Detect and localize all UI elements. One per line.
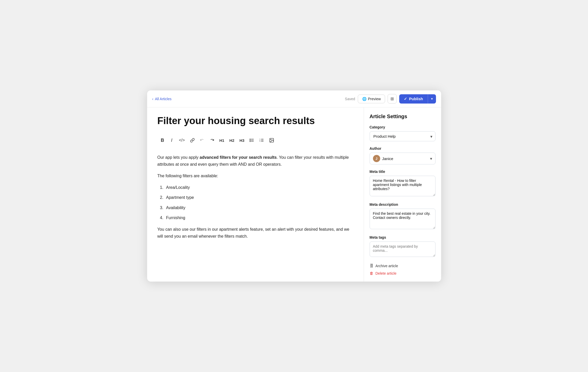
ordered-list-button[interactable]: 1.2.3. [257, 136, 266, 144]
publish-label: Publish [409, 97, 423, 101]
bold-button[interactable]: B [158, 136, 167, 145]
check-icon: ✓ [404, 97, 407, 101]
list-item: Apartment type [165, 194, 353, 201]
back-label: All Articles [155, 97, 172, 101]
category-dropdown-wrapper: Product Help Getting Started FAQ Trouble… [370, 131, 435, 141]
back-to-articles-link[interactable]: ‹ All Articles [152, 97, 172, 101]
archive-article-link[interactable]: 🗄 Archive article [370, 264, 435, 268]
editor-area: Filter your housing search results B I <… [147, 107, 364, 282]
delete-article-link[interactable]: 🗑 Delete article [370, 271, 435, 275]
meta-tags-input[interactable] [370, 241, 435, 257]
list-item: Availability [165, 204, 353, 211]
archive-label: Archive article [376, 264, 398, 268]
expand-button[interactable]: ⊞ [388, 94, 397, 104]
meta-description-field: Meta description [370, 202, 435, 230]
meta-title-input[interactable] [370, 176, 435, 196]
article-para2: The following filters are available: [157, 172, 353, 179]
h2-button[interactable]: H2 [227, 137, 236, 144]
svg-point-4 [250, 140, 250, 141]
meta-title-field: Meta title [370, 170, 435, 197]
undo-button[interactable] [198, 136, 207, 144]
para1-bold: advanced filters for your search results [200, 155, 277, 160]
top-bar: ‹ All Articles Saved 🌐 Preview ⊞ ✓ Publi… [147, 90, 441, 107]
trash-icon: 🗑 [370, 271, 373, 275]
meta-tags-label: Meta tags [370, 235, 435, 239]
author-field: Author J Janice ▾ [370, 146, 435, 164]
meta-description-label: Meta description [370, 202, 435, 207]
meta-title-label: Meta title [370, 170, 435, 174]
globe-icon: 🌐 [362, 97, 367, 101]
h1-button[interactable]: H1 [217, 137, 226, 144]
h3-button[interactable]: H3 [237, 137, 246, 144]
article-para3: You can also use our filters in our apar… [157, 226, 353, 240]
code-button[interactable]: </> [177, 136, 187, 144]
preview-label: Preview [368, 97, 381, 101]
para1-before: Our app lets you apply [157, 155, 200, 160]
author-name: Janice [382, 156, 393, 161]
delete-label: Delete article [376, 271, 397, 275]
category-select[interactable]: Product Help Getting Started FAQ Trouble… [370, 131, 435, 141]
svg-point-3 [250, 139, 250, 139]
publish-group: ✓ Publish ▾ [399, 94, 436, 104]
image-button[interactable] [267, 136, 276, 144]
unordered-list-button[interactable] [247, 136, 256, 144]
author-left: J Janice [373, 155, 393, 162]
action-links: 🗄 Archive article 🗑 Delete article [370, 264, 435, 275]
preview-button[interactable]: 🌐 Preview [358, 95, 385, 103]
category-label: Category [370, 125, 435, 129]
italic-button[interactable]: I [168, 136, 176, 145]
article-title[interactable]: Filter your housing search results [157, 115, 353, 127]
svg-text:3.: 3. [260, 141, 261, 142]
publish-button[interactable]: ✓ Publish [399, 94, 427, 104]
app-window: ‹ All Articles Saved 🌐 Preview ⊞ ✓ Publi… [147, 90, 441, 282]
redo-button[interactable] [208, 136, 216, 144]
author-dropdown[interactable]: J Janice ▾ [370, 153, 435, 164]
main-layout: Filter your housing search results B I <… [147, 107, 441, 282]
back-arrow-icon: ‹ [152, 97, 154, 101]
meta-description-input[interactable] [370, 209, 435, 229]
chevron-down-icon: ▾ [430, 156, 432, 161]
svg-point-5 [250, 141, 250, 142]
chevron-down-icon: ▾ [431, 97, 433, 101]
svg-point-13 [271, 139, 271, 140]
editor-toolbar: B I </> H1 H2 H3 1.2.3. [157, 134, 353, 147]
archive-icon: 🗄 [370, 264, 373, 268]
settings-title: Article Settings [370, 114, 435, 119]
article-list: Area/Locality Apartment type Availabilit… [157, 184, 353, 221]
avatar: J [373, 155, 380, 162]
article-content: Our app lets you apply advanced filters … [157, 154, 353, 240]
list-item: Area/Locality [165, 184, 353, 191]
top-bar-right: Saved 🌐 Preview ⊞ ✓ Publish ▾ [345, 94, 436, 104]
article-para1: Our app lets you apply advanced filters … [157, 154, 353, 168]
meta-tags-field: Meta tags [370, 235, 435, 258]
link-button[interactable] [188, 136, 197, 144]
expand-icon: ⊞ [390, 96, 394, 101]
list-item: Furnishing [165, 214, 353, 221]
author-label: Author [370, 146, 435, 151]
settings-sidebar: Article Settings Category Product Help G… [364, 107, 441, 282]
saved-status: Saved [345, 97, 355, 101]
category-field: Category Product Help Getting Started FA… [370, 125, 435, 141]
publish-dropdown-button[interactable]: ▾ [428, 94, 436, 104]
